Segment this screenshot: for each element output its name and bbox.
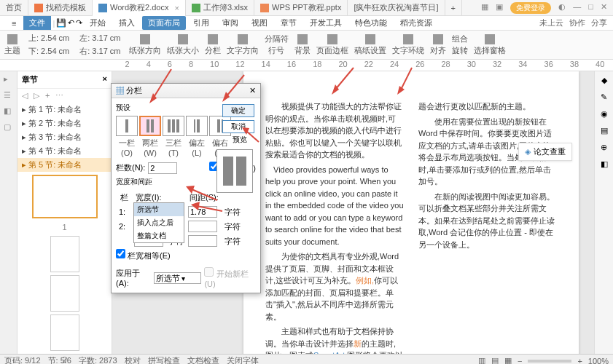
- view-read-icon[interactable]: ▤: [491, 356, 499, 364]
- apps-icon[interactable]: ▣: [496, 2, 503, 14]
- dropdown-option[interactable]: 插入点之后: [134, 216, 184, 229]
- dialog-close-icon[interactable]: ✕: [249, 86, 256, 95]
- thumbnail-1[interactable]: [32, 175, 98, 218]
- bookmark-icon[interactable]: ▢: [4, 122, 14, 132]
- ruler[interactable]: 246810121416182022242628303234363840: [0, 60, 613, 71]
- qat-undo[interactable]: ↶: [68, 18, 74, 28]
- columns-spinner[interactable]: 2: [148, 162, 177, 174]
- tab-word[interactable]: Word教程2.docx×: [93, 0, 186, 16]
- rtab-insert[interactable]: 插入: [113, 16, 141, 30]
- outline-icon[interactable]: ▸: [4, 74, 14, 84]
- size-icon[interactable]: [178, 34, 188, 44]
- tab-ppt[interactable]: WPS PPT教程.pptx: [254, 0, 348, 16]
- spacing-1[interactable]: 1.78: [188, 206, 217, 218]
- border-icon[interactable]: [327, 34, 337, 44]
- zoom-in[interactable]: +: [577, 357, 582, 365]
- rtab-review[interactable]: 审阅: [216, 16, 244, 30]
- close-win-icon[interactable]: ✕: [601, 2, 607, 14]
- ok-button[interactable]: 确定: [222, 104, 254, 117]
- linenum-button[interactable]: 行号: [268, 45, 284, 56]
- min-icon[interactable]: —: [573, 2, 581, 14]
- cancel-button[interactable]: 取消: [222, 120, 254, 133]
- add-icon[interactable]: +: [45, 91, 50, 100]
- bg-icon[interactable]: [297, 34, 308, 44]
- preset-option[interactable]: [139, 116, 161, 136]
- share-button[interactable]: 分享: [591, 17, 607, 28]
- nav-item[interactable]: ▸ 第 2 节: 未命名: [17, 116, 112, 130]
- columns-icon[interactable]: [208, 34, 218, 44]
- selpane-icon[interactable]: [485, 34, 495, 44]
- zoom-value[interactable]: 100%: [588, 357, 609, 365]
- nav-item[interactable]: ▸ 第 3 节: 未命名: [17, 130, 112, 144]
- expand-icon[interactable]: ▷: [34, 91, 39, 100]
- tool-icon[interactable]: ◆: [601, 76, 607, 85]
- rtab-ref[interactable]: 引用: [187, 16, 215, 30]
- rtab-secure[interactable]: 特色功能: [349, 16, 393, 30]
- rtab-layout[interactable]: 页面布局: [142, 16, 186, 30]
- align-icon[interactable]: [433, 34, 443, 44]
- close-icon[interactable]: ×: [175, 4, 179, 12]
- mini-thumb[interactable]: [50, 314, 79, 351]
- theme-icon[interactable]: [7, 34, 17, 44]
- comment-icon[interactable]: ◧: [4, 106, 14, 116]
- tab-excel[interactable]: 工作簿3.xlsx: [186, 0, 254, 16]
- grid-icon[interactable]: ▦: [481, 2, 488, 14]
- tool-icon[interactable]: ⊕: [601, 143, 607, 152]
- tab-add[interactable]: +: [445, 0, 462, 16]
- tool-icon[interactable]: ◧: [601, 159, 608, 169]
- wrap-icon[interactable]: [403, 34, 413, 44]
- nav-item[interactable]: ▸ 第 5 节: 未命名: [17, 158, 112, 172]
- rtab-doctool[interactable]: 稻壳资源: [394, 16, 438, 30]
- view-print-icon[interactable]: ▥: [478, 356, 485, 364]
- tool-icon[interactable]: ▤: [601, 126, 608, 135]
- rtab-home[interactable]: 开始: [84, 16, 112, 30]
- rtab-dev[interactable]: 开发工具: [304, 16, 348, 30]
- user-badge[interactable]: 免费登录: [510, 2, 551, 14]
- nav-icon[interactable]: ☰: [4, 90, 14, 100]
- status-spell[interactable]: 拼写检查: [148, 355, 180, 364]
- textdir-icon[interactable]: [238, 34, 248, 44]
- status-section[interactable]: 节: 5/6: [48, 355, 71, 364]
- rtab-chapter[interactable]: 章节: [275, 16, 302, 30]
- break-button[interactable]: 分隔符: [265, 33, 289, 44]
- mini-thumb[interactable]: [50, 236, 79, 272]
- tool-icon[interactable]: ✎: [601, 92, 607, 102]
- qat-save[interactable]: 💾: [56, 18, 66, 28]
- cloud-status[interactable]: 未上云: [539, 17, 563, 28]
- rtab-view[interactable]: 视图: [246, 16, 273, 30]
- view-web-icon[interactable]: ▦: [504, 356, 512, 364]
- preset-option[interactable]: [186, 116, 208, 136]
- dropdown-option[interactable]: 整篇文档: [134, 229, 184, 242]
- preset-option[interactable]: [163, 116, 184, 136]
- zoom-out[interactable]: −: [518, 357, 522, 365]
- coop-button[interactable]: 协作: [569, 17, 585, 28]
- para-icon[interactable]: [365, 34, 375, 44]
- tab-other[interactable]: [疯牛狂欢庆祝淘喜节日]: [348, 0, 445, 16]
- nav-item[interactable]: ▸ 第 1 节: 未命名: [17, 103, 112, 116]
- status-page[interactable]: 页码: 9/12: [4, 355, 41, 364]
- collapse-icon[interactable]: ◁: [22, 91, 28, 100]
- status-check[interactable]: 校对: [125, 355, 141, 364]
- max-icon[interactable]: □: [588, 2, 593, 14]
- tool-icon[interactable]: ◉: [601, 109, 608, 119]
- theme-icon[interactable]: ◐: [558, 2, 566, 14]
- tab-template[interactable]: 找稻壳模板: [28, 0, 93, 16]
- preset-option[interactable]: [116, 116, 138, 136]
- more-icon[interactable]: ⋯: [55, 91, 63, 100]
- status-words[interactable]: 字数: 2873: [79, 355, 117, 364]
- orient-icon[interactable]: [140, 34, 150, 44]
- qat-redo[interactable]: ↷: [76, 18, 82, 28]
- status-doc[interactable]: 文档检查: [187, 355, 219, 364]
- nav-close-icon[interactable]: ×: [103, 74, 107, 85]
- paper-check-button[interactable]: ◈论文查重: [518, 143, 572, 161]
- mini-thumb[interactable]: [50, 275, 79, 312]
- dropdown-option[interactable]: 所选节: [134, 203, 184, 216]
- rtab-file[interactable]: 文件: [23, 16, 51, 30]
- zoom-slider[interactable]: [528, 360, 571, 363]
- nav-item[interactable]: ▸ 第 4 节: 未命名: [17, 144, 112, 158]
- tab-home[interactable]: 首页: [0, 0, 28, 16]
- status-track[interactable]: 关闭字体: [227, 355, 259, 364]
- equal-width-checkbox[interactable]: [116, 249, 125, 258]
- apply-select[interactable]: 所选节 ▾: [154, 272, 202, 284]
- menu-hamburger[interactable]: ≡: [6, 17, 22, 29]
